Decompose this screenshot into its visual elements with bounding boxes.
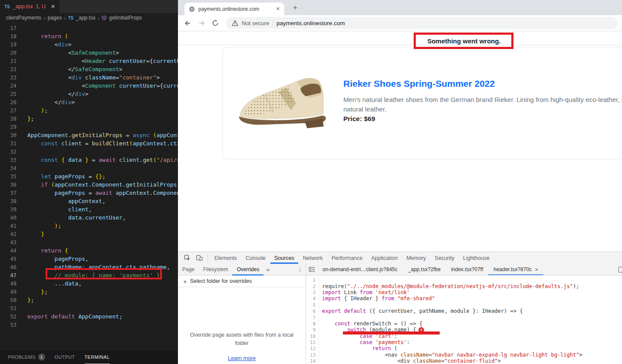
devtools-tab-performance[interactable]: Performance xyxy=(328,252,367,264)
devtools-tab-memory[interactable]: Memory xyxy=(402,252,430,264)
devtools-tab-lighthouse[interactable]: Lighthouse xyxy=(459,252,494,264)
code-line[interactable]: 1 xyxy=(306,277,622,283)
devtools-tab-network[interactable]: Network xyxy=(299,252,327,264)
code-line[interactable]: 19 <div> xyxy=(0,40,178,49)
browser-tab-strip: payments.onlinestore.com ✕ + xyxy=(178,0,622,15)
code-line[interactable]: 46 pathName: appContext.ctx.pathname, xyxy=(0,263,178,271)
clipped-toolbar-icon xyxy=(619,267,622,272)
breadcrumb-item-file[interactable]: _app.tsx xyxy=(76,15,95,21)
not-secure-warning-icon xyxy=(232,20,238,26)
security-label: Not secure xyxy=(242,20,269,26)
code-line[interactable]: 5 xyxy=(306,302,622,308)
code-line[interactable]: 6export default ({ currentUser, pathName… xyxy=(306,308,622,314)
code-line[interactable]: 21 <Header currentUser={currentU xyxy=(0,57,178,65)
code-line[interactable]: 34 xyxy=(0,164,178,172)
code-line[interactable]: 14 <div className="container-fluid"> xyxy=(306,358,622,364)
back-button[interactable] xyxy=(182,18,193,28)
file-tab[interactable]: _app.tsx?2fbe xyxy=(403,264,446,275)
source-code-viewer[interactable]: 12require("./../node_modules/@module-fed… xyxy=(306,275,622,364)
code-line[interactable]: 4import { IHeader } from "mfe-shared" xyxy=(306,295,622,302)
reload-button[interactable] xyxy=(210,18,220,28)
devtools-tab-sources[interactable]: Sources xyxy=(270,252,298,264)
code-line[interactable]: 49 }; xyxy=(0,288,178,296)
navigator-toggle-icon[interactable] xyxy=(306,264,317,275)
learn-more-link[interactable]: Learn more xyxy=(178,355,306,361)
code-line[interactable]: 28}; xyxy=(0,115,178,123)
code-line[interactable]: 41 ); xyxy=(0,222,178,230)
forward-button[interactable] xyxy=(196,18,207,28)
devtools-tab-security[interactable]: Security xyxy=(431,252,458,264)
breadcrumb-item-folder[interactable]: clientPayments xyxy=(6,15,41,21)
code-line[interactable]: 2require("./../node_modules/@module-fede… xyxy=(306,283,622,289)
code-line[interactable]: 35 let pageProps = {}; xyxy=(0,172,178,180)
tab-problems[interactable]: PROBLEMS 1 xyxy=(8,350,45,364)
device-toolbar-icon[interactable] xyxy=(194,253,205,264)
tab-output[interactable]: OUTPUT xyxy=(55,350,75,364)
url-text: payments.onlinestore.com xyxy=(276,20,345,26)
code-line[interactable]: 25 </div> xyxy=(0,90,178,98)
more-tabs-icon[interactable]: » xyxy=(263,266,272,273)
code-line[interactable]: 3import Link from 'next/link' xyxy=(306,289,622,295)
code-line[interactable]: 12 return ( xyxy=(306,345,622,351)
close-icon[interactable]: ✕ xyxy=(276,6,280,12)
code-line[interactable]: 8 const renderSwitch = () => { xyxy=(306,321,622,327)
devtools-tab-application[interactable]: Application xyxy=(367,252,402,264)
file-tab-active[interactable]: header.tsx?870c ✕ xyxy=(488,264,543,275)
subtab-overrides[interactable]: Overrides xyxy=(232,264,263,275)
tab-terminal[interactable]: TERMINAL xyxy=(85,350,110,364)
code-line[interactable]: 45 pageProps, xyxy=(0,255,178,263)
code-line[interactable]: 51 xyxy=(0,304,178,312)
code-line[interactable]: 13 <nav className="navbar navbar-expand-… xyxy=(306,352,622,358)
code-line[interactable]: 17 xyxy=(0,24,178,32)
code-line[interactable]: 10 case 'cart': xyxy=(306,333,622,339)
code-line[interactable]: 23 <div className="container"> xyxy=(0,73,178,82)
code-line[interactable]: 9 switch (module.name) {✕ xyxy=(306,327,622,333)
code-line[interactable]: 20 <SafeComponent> xyxy=(0,49,178,57)
code-line[interactable]: 38 appContext, xyxy=(0,197,178,205)
vscode-editor-tab[interactable]: TS _app.tsx 1, U ✕ xyxy=(0,0,59,13)
new-tab-button[interactable]: + xyxy=(290,3,300,13)
code-line[interactable]: 24 <Component currentUser={curre xyxy=(0,82,178,90)
subtab-filesystem[interactable]: Filesystem xyxy=(199,264,232,275)
code-line[interactable]: 30AppComponent.getInitialProps = async (… xyxy=(0,131,178,139)
code-line[interactable]: 31 const client = buildClient(appContext… xyxy=(0,139,178,148)
browser-tab[interactable]: payments.onlinestore.com ✕ xyxy=(184,3,284,15)
code-editor[interactable]: 1718 return (19 <div>20 <SafeComponent>2… xyxy=(0,23,178,349)
code-line[interactable]: 29 xyxy=(0,123,178,131)
code-line[interactable]: 18 return ( xyxy=(0,32,178,40)
product-title[interactable]: Rieker Shoes Spring-Summer 2022 xyxy=(343,79,495,89)
code-line[interactable]: 39 client, xyxy=(0,205,178,213)
address-bar[interactable]: Not secure payments.onlinestore.com xyxy=(226,17,618,29)
code-line[interactable]: 22 </SafeComponent> xyxy=(0,65,178,73)
code-line[interactable]: 27 ); xyxy=(0,106,178,115)
code-line[interactable]: 48 ...data, xyxy=(0,279,178,288)
code-line[interactable]: 11 case 'payments': xyxy=(306,339,622,345)
code-line[interactable]: 33 const { data } = await client.get("/a… xyxy=(0,156,178,164)
code-line[interactable]: 52export default AppComponent; xyxy=(0,312,178,321)
inspect-element-icon[interactable] xyxy=(181,253,193,264)
devtools-tab-elements[interactable]: Elements xyxy=(211,252,241,264)
select-folder-button[interactable]: + Select folder for overrides xyxy=(178,275,306,287)
subtab-page[interactable]: Page xyxy=(178,264,199,275)
file-tab[interactable]: on-demand-entri…client.js?845c xyxy=(317,264,403,275)
devtools-tab-console[interactable]: Console xyxy=(242,252,270,264)
breadcrumb-item-symbol[interactable]: getInitialProps xyxy=(109,15,142,21)
code-line[interactable]: 44 return { xyxy=(0,246,178,255)
code-line[interactable]: 37 pageProps = await appContext.Componen xyxy=(0,189,178,197)
file-tab[interactable]: index.tsx?07ff xyxy=(446,264,488,275)
code-line[interactable]: 7 xyxy=(306,314,622,320)
close-icon[interactable]: ✕ xyxy=(535,267,538,272)
kebab-menu-icon[interactable]: ⋮ xyxy=(297,266,303,273)
code-line[interactable]: 50}; xyxy=(0,296,178,304)
plus-icon: + xyxy=(183,278,187,285)
code-line[interactable]: 47 // module: { name: 'payments' }, xyxy=(0,271,178,279)
code-line[interactable]: 32 xyxy=(0,148,178,156)
code-line[interactable]: 36 if (appContext.Component.getInitialPr… xyxy=(0,180,178,189)
close-icon[interactable]: ✕ xyxy=(51,3,55,10)
breadcrumb-item-folder[interactable]: pages xyxy=(48,15,62,21)
code-line[interactable]: 53 xyxy=(0,321,178,329)
code-line[interactable]: 43 xyxy=(0,238,178,246)
code-line[interactable]: 26 </div> xyxy=(0,98,178,106)
code-line[interactable]: 42 } xyxy=(0,230,178,238)
code-line[interactable]: 40 data.currentUser, xyxy=(0,213,178,222)
